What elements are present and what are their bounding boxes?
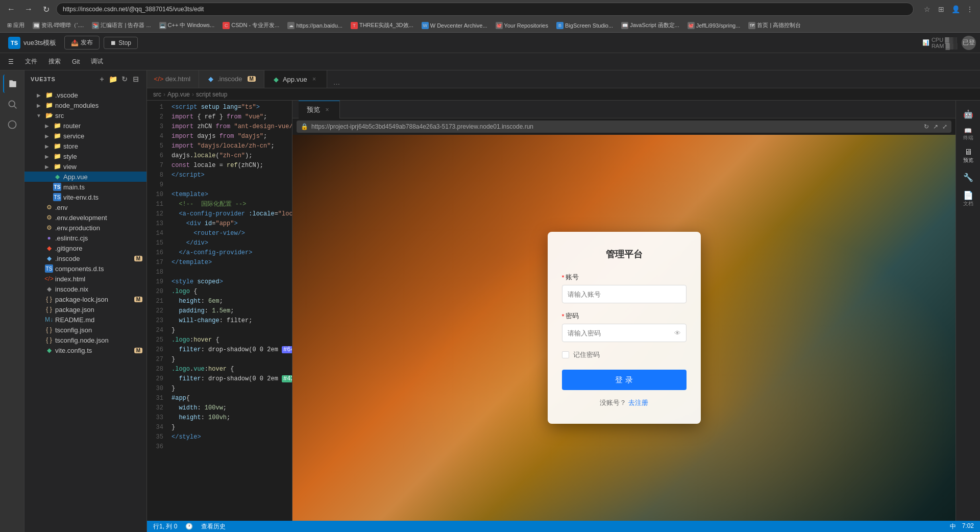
preview-address-bar[interactable]: 🔒 https://project-iprj64b5c3bd4549ab788a… — [297, 120, 951, 133]
account-input[interactable] — [568, 291, 681, 298]
tree-item-style[interactable]: ▶ 📁 style — [24, 151, 146, 161]
bookmark-3[interactable]: 💻 C++ 中 Windows... — [156, 20, 218, 30]
tree-item-index-html[interactable]: ▶ </> index.html — [24, 274, 146, 284]
bookmark-button[interactable]: ☆ — [921, 3, 933, 15]
bookmark-5[interactable]: ☁ https://pan.baidu... — [284, 21, 346, 30]
ide-logo[interactable]: TS vue3ts模板 — [4, 35, 60, 51]
bookmark-8[interactable]: 🐙 Your Repositories — [493, 21, 551, 30]
tree-item-vite-config[interactable]: ▶ ◆ vite.config.ts M — [24, 345, 146, 355]
register-link[interactable]: 去注册 — [628, 399, 648, 406]
activity-git[interactable] — [3, 115, 21, 134]
tree-item-env-prod[interactable]: ▶ ⚙ .env.production — [24, 223, 146, 233]
cpu-icon: 📊 — [922, 39, 929, 46]
code-editor[interactable]: 1234567891011121314151617181920212223242… — [147, 101, 292, 521]
preview-tab-close[interactable]: × — [323, 106, 331, 114]
forward-button[interactable]: → — [21, 2, 36, 16]
tree-arrow-index-html: ▶ — [35, 275, 43, 283]
tab-close-app-vue[interactable]: × — [310, 75, 318, 83]
code-content: <script setup lang="ts"> import { ref } … — [167, 101, 292, 521]
bookmark-7[interactable]: W W Devcenter Archive... — [419, 21, 491, 30]
tree-item-readme[interactable]: ▶ M↓ README.md — [24, 315, 146, 325]
toggle-sidebar-button[interactable]: ☰ — [4, 57, 18, 66]
remember-checkbox[interactable] — [562, 351, 569, 358]
tree-item-eslint[interactable]: ▶ ● .eslintrc.cjs — [24, 233, 146, 243]
activity-files[interactable] — [3, 75, 21, 93]
right-panel-preview[interactable]: 🖥 预览 — [959, 146, 977, 166]
ts-icon-components: TS — [45, 264, 53, 273]
tab-more-button[interactable]: ⋯ — [329, 80, 344, 88]
status-history-btn[interactable]: 查看历史 — [201, 522, 226, 531]
tree-label-store: store — [63, 142, 142, 150]
tree-item-vite-env[interactable]: ▶ TS vite-env.d.ts — [24, 192, 146, 202]
tree-item-src[interactable]: ▼ 📂 src — [24, 110, 146, 120]
tree-item-tsconfig[interactable]: ▶ { } tsconfig.json — [24, 325, 146, 335]
tree-item-tsconfig-node[interactable]: ▶ { } tsconfig.node.json — [24, 335, 146, 345]
password-input[interactable] — [568, 329, 681, 337]
bookmark-4[interactable]: C CSDN - 专业开发... — [219, 20, 282, 30]
tree-item-vscode[interactable]: ▶ 📁 .vscode — [24, 90, 146, 100]
tree-item-node-modules[interactable]: ▶ 📁 node_modules — [24, 100, 146, 110]
bookmark-2-icon: 📚 — [92, 22, 99, 29]
stop-button[interactable]: ⏹ Stop — [104, 37, 138, 49]
bookmark-12[interactable]: 🗺 首页 | 高德控制台 — [745, 20, 804, 30]
tree-item-router[interactable]: ▶ 📁 router — [24, 120, 146, 131]
user-avatar[interactable]: 已登 — [962, 36, 976, 50]
tree-item-view[interactable]: ▶ 📁 view — [24, 161, 146, 172]
debug-menu-button[interactable]: 调试 — [87, 56, 107, 67]
tree-item-package-json[interactable]: ▶ { } package.json — [24, 304, 146, 315]
extensions-button[interactable]: ⊞ — [935, 3, 947, 15]
preview-refresh-icon[interactable]: ↻ — [924, 123, 929, 130]
tab-inscode-icon: ◆ — [207, 76, 214, 83]
login-button-label: 登 录 — [615, 375, 632, 385]
search-menu-button[interactable]: 搜索 — [44, 56, 65, 67]
tree-item-package-lock[interactable]: ▶ { } package-lock.json M — [24, 294, 146, 304]
activity-search[interactable] — [3, 95, 21, 113]
login-button[interactable]: 登 录 — [562, 370, 687, 390]
profile-button[interactable]: 👤 — [949, 3, 962, 15]
tree-item-service[interactable]: ▶ 📁 service — [24, 131, 146, 141]
folder-icon-router: 📁 — [53, 122, 61, 130]
refresh-tree-button[interactable]: ↻ — [120, 75, 129, 84]
register-row: 没账号？ 去注册 — [562, 398, 687, 407]
tree-item-inscode-nix[interactable]: ▶ ◆ inscode.nix — [24, 284, 146, 294]
right-panel-docs[interactable]: 📄 文档 — [959, 188, 977, 209]
right-panel-ai[interactable]: 🤖 — [959, 105, 977, 123]
collapse-all-button[interactable]: ⊟ — [131, 75, 140, 84]
tab-inscode[interactable]: ◆ .inscode M — [199, 70, 264, 88]
new-file-button[interactable]: + — [97, 75, 107, 84]
tab-dex-html[interactable]: </> dex.html — [147, 70, 199, 88]
bookmark-11[interactable]: 🐙 JeffLi993/spring... — [684, 21, 744, 30]
password-label-text: 密码 — [566, 311, 579, 321]
tree-item-inscode[interactable]: ▶ ◆ .inscode M — [24, 253, 146, 263]
right-panel-terminal[interactable]: 📖 终端 — [959, 125, 977, 143]
file-menu-button[interactable]: 文件 — [21, 56, 41, 67]
bookmark-6[interactable]: T THREE实战4_3D效... — [348, 20, 416, 30]
bookmark-9[interactable]: B BigScreen Studio... — [553, 21, 616, 30]
menu-button[interactable]: ⋮ — [964, 3, 976, 15]
back-button[interactable]: ← — [4, 2, 18, 16]
tree-item-components-dts[interactable]: ▶ TS components.d.ts — [24, 263, 146, 274]
git-menu-button[interactable]: Git — [68, 57, 84, 66]
preview-expand-icon[interactable]: ⤢ — [942, 123, 947, 130]
tree-item-gitignore[interactable]: ▶ ◆ .gitignore — [24, 243, 146, 253]
address-bar[interactable]: https://inscode.csdn.net/@qq_38870145/vu… — [56, 3, 914, 16]
tree-item-env-dev[interactable]: ▶ ⚙ .env.development — [24, 212, 146, 223]
tree-item-main-ts[interactable]: ▶ TS main.ts — [24, 182, 146, 192]
bookmark-2[interactable]: 📚 汇编语言 | 告存器 ... — [89, 20, 154, 30]
preview-open-icon[interactable]: ↗ — [933, 123, 938, 130]
preview-tab[interactable]: 预览 × — [299, 101, 340, 118]
bookmark-apps[interactable]: ⊞ 应用 — [4, 20, 28, 30]
bookmark-1[interactable]: 📰 资讯·哔哩哔（'.... — [30, 20, 87, 30]
tree-item-app-vue[interactable]: ▶ ◆ App.vue — [24, 172, 146, 182]
password-toggle-icon[interactable]: 👁 — [674, 329, 681, 337]
bookmark-10[interactable]: 📖 JavaScript 函数定... — [618, 20, 682, 30]
refresh-button[interactable]: ↻ — [39, 2, 53, 16]
right-panel-debug[interactable]: 🔧 — [959, 168, 977, 186]
publish-button[interactable]: 📤 发布 — [64, 36, 100, 50]
tree-item-env[interactable]: ▶ ⚙ .env — [24, 202, 146, 212]
new-folder-button[interactable]: 📁 — [109, 75, 118, 84]
tree-item-store[interactable]: ▶ 📁 store — [24, 141, 146, 151]
tab-app-vue[interactable]: ◆ App.vue × — [264, 70, 327, 88]
json-icon-package: { } — [45, 305, 53, 313]
tree-arrow-style: ▶ — [43, 152, 51, 160]
